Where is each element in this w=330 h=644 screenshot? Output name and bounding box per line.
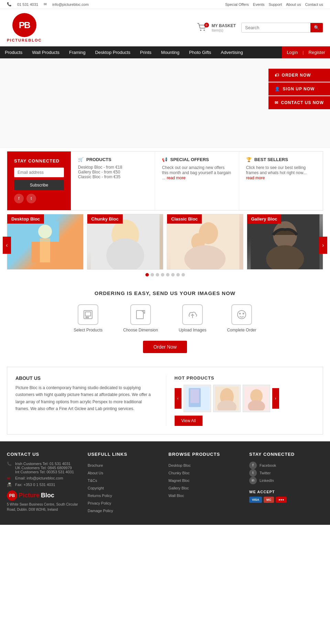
carousel-item-chunky[interactable]: Chunky Bloc: [87, 214, 164, 270]
best-sellers-block: 🏆 BEST SELLERS Click here to see our bes…: [239, 151, 323, 210]
offers-title: SPECIAL OFFERS: [170, 157, 209, 162]
carousel-dot-2[interactable]: [151, 273, 154, 276]
footer-privacy[interactable]: Privacy Policy: [88, 499, 162, 507]
carousel-dot-5[interactable]: [166, 273, 169, 276]
gallery-bloc-label: Gallery Bloc: [247, 214, 282, 224]
carousel-item-classic[interactable]: Classic Bloc: [167, 214, 243, 270]
email-input[interactable]: [14, 168, 64, 177]
nav-desktop-products[interactable]: Desktop Products: [90, 46, 135, 58]
carousel-item-gallery[interactable]: Gallery Bloc: [247, 214, 323, 270]
logo-circle: PB: [12, 13, 36, 37]
contact-hero-button[interactable]: ✉ CONTACT US NOW: [268, 96, 330, 109]
nav-auth: Login | Register: [282, 46, 330, 58]
sign-up-hero-button[interactable]: 👤 SIGN UP NOW: [268, 82, 330, 95]
nav-products[interactable]: Products: [0, 46, 27, 58]
order-now-button[interactable]: Order Now: [143, 341, 187, 353]
footer-phone-icon: 📞: [7, 462, 12, 466]
events-link[interactable]: Events: [253, 2, 265, 7]
footer-browse: BROWSE PRODUCTS Desktop Bloc Chunky Bloc…: [168, 452, 242, 515]
how-it-works: ORDERING IS EASY, SEND US YOUR IMAGES NO…: [0, 280, 330, 363]
footer-chunky-bloc[interactable]: Chunky Bloc: [168, 469, 242, 477]
contact-us-link[interactable]: Contact us: [305, 2, 323, 7]
signup-icon: 👤: [275, 87, 280, 91]
footer-brochure[interactable]: Brochure: [88, 462, 162, 469]
social-icons: f t: [14, 194, 64, 203]
top-bar: 📞 01 531 4031 ✉ info@picturebloc.com Spe…: [0, 0, 330, 9]
special-offers-link[interactable]: Special Offers: [225, 2, 249, 7]
email-icon: ✉: [44, 2, 47, 7]
view-all-button[interactable]: View All: [175, 416, 203, 426]
carousel-dot-8[interactable]: [182, 273, 185, 276]
offers-read-more[interactable]: read more: [167, 176, 186, 180]
contact-icon: ✉: [275, 100, 278, 105]
select-icon: [78, 304, 98, 325]
search-input[interactable]: [242, 23, 310, 32]
footer-wall-bloc[interactable]: Wall Bloc: [168, 492, 242, 499]
hot-product-3[interactable]: [243, 385, 270, 412]
hot-product-2[interactable]: [213, 385, 241, 412]
facebook-label: Facebook: [260, 462, 276, 469]
carousel-prev-button[interactable]: ‹: [3, 237, 11, 254]
carousel-dot-4[interactable]: [161, 273, 164, 276]
basket-items: Item(s): [212, 28, 236, 32]
basket-count: 0: [204, 23, 209, 27]
best-read-more[interactable]: read more: [246, 176, 265, 180]
footer-desktop-bloc[interactable]: Desktop Bloc: [168, 462, 242, 469]
register-link[interactable]: Register: [304, 46, 330, 58]
basket-area[interactable]: 0 MY BASKET Item(s): [197, 23, 236, 33]
carousel-dot-3[interactable]: [156, 273, 159, 276]
about-us-link[interactable]: About us: [286, 2, 301, 7]
email-link[interactable]: info@picturebloc.com: [52, 2, 89, 7]
search-button[interactable]: 🔍: [310, 23, 323, 32]
nav-prints[interactable]: Prints: [135, 46, 156, 58]
int-phone: Int Customers Tel: 00353 531 4031: [15, 470, 74, 474]
footer-useful-title: USEFULL LINKS: [88, 452, 162, 457]
footer-returns[interactable]: Returns Policy: [88, 492, 162, 499]
footer-facebook[interactable]: f Facebook: [249, 462, 323, 469]
nav-framing[interactable]: Framing: [64, 46, 90, 58]
twitter-icon[interactable]: t: [26, 194, 36, 203]
nav-photo-gifts[interactable]: Photo Gifts: [184, 46, 216, 58]
subscribe-button[interactable]: Subscribe: [14, 180, 64, 190]
footer-social-title: STAY CONNECTED: [249, 452, 323, 457]
footer-about[interactable]: About Us: [88, 469, 162, 477]
carousel-dot-1[interactable]: [145, 273, 149, 276]
hero-side-buttons: 🏷 ORDER NOW 👤 SIGN UP NOW ✉ CONTACT US N…: [268, 69, 330, 109]
login-link[interactable]: Login: [282, 46, 302, 58]
footer-twitter[interactable]: t Twitter: [249, 469, 323, 477]
hot-prev-button[interactable]: ‹: [175, 388, 182, 409]
nav-wall-products[interactable]: Wall Products: [27, 46, 64, 58]
info-section: STAY CONNECTED Subscribe f t 🛒 PRODUCTS …: [7, 151, 323, 211]
footer-gallery-bloc[interactable]: Gallery Bloc: [168, 484, 242, 492]
logo[interactable]: PB PICTUREBLOC: [7, 13, 42, 42]
nav-mounting[interactable]: Mounting: [156, 46, 184, 58]
facebook-icon[interactable]: f: [14, 194, 24, 203]
header: PB PICTUREBLOC 0 MY BASKET Item(s) 🔍: [0, 9, 330, 46]
carousel-next-button[interactable]: ›: [319, 237, 327, 254]
hot-product-1[interactable]: [184, 385, 211, 412]
footer-phone-lines: Irish Customers Tel: 01 531 4031 UK Cust…: [15, 462, 74, 474]
carousel-item-desktop[interactable]: Desktop Bloc: [7, 214, 84, 270]
support-link[interactable]: Support: [268, 2, 282, 7]
step-select-label: Select Products: [74, 328, 102, 332]
footer-magnet-bloc[interactable]: Magnet Bloc: [168, 477, 242, 484]
special-offers-block: 📢 SPECIAL OFFERS Check out our amazing n…: [155, 151, 239, 210]
footer-logo-white: Bloc: [41, 492, 54, 499]
footer-damage[interactable]: Damage Policy: [88, 507, 162, 515]
footer-tcs[interactable]: T&Cs: [88, 477, 162, 484]
carousel-track: Desktop Bloc Chunky Bloc: [7, 214, 323, 270]
carousel-dot-7[interactable]: [176, 273, 180, 276]
carousel-dot-6[interactable]: [171, 273, 175, 276]
products-block: 🛒 PRODUCTS Desktop Bloc - from €18 Galle…: [71, 151, 155, 210]
product-carousel: ‹ Desktop Bloc Chunky Bloc: [7, 214, 323, 276]
twitter-circle-icon: t: [249, 469, 257, 477]
hot-next-button[interactable]: ›: [272, 388, 279, 409]
we-accept-title: WE ACCEPT: [249, 490, 323, 494]
footer-copyright[interactable]: Copyright: [88, 484, 162, 492]
footer-linkedin[interactable]: in LinkedIn: [249, 477, 323, 484]
order-now-hero-button[interactable]: 🏷 ORDER NOW: [268, 69, 330, 82]
footer-phone-row: 📞 Irish Customers Tel: 01 531 4031 UK Cu…: [7, 462, 81, 474]
classic-bloc-label: Classic Bloc: [167, 214, 202, 224]
nav-advertising[interactable]: Advertising: [216, 46, 248, 58]
top-bar-right: Special Offers Events Support About us C…: [225, 2, 323, 7]
